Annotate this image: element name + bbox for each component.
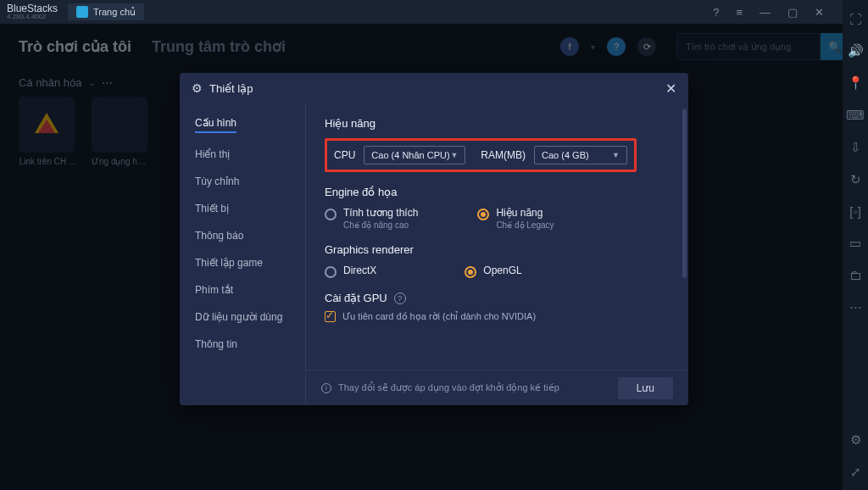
ram-dropdown[interactable]: Cao (4 GB) ▼ xyxy=(534,146,627,164)
sidebar-item-notify[interactable]: Thông báo xyxy=(195,230,305,242)
cpu-dropdown[interactable]: Cao (4 Nhân CPU) ▼ xyxy=(364,146,465,164)
engine-perf-sublabel: Chế độ Legacy xyxy=(496,220,554,230)
right-rail: ⛶ 🔊 📍 ⌨ ⇩ ↻ [◦] ▭ 🗀 ⋯ ⚙ ⤢ xyxy=(843,0,868,490)
sidebar-item-gamesettings[interactable]: Thiết lập game xyxy=(195,257,305,269)
radio-renderer-directx[interactable]: DirectX xyxy=(325,264,376,278)
gpu-checkbox-label: Ưu tiên card đồ họa rời (chỉ dành cho NV… xyxy=(342,311,536,322)
ram-value: Cao (4 GB) xyxy=(542,150,589,160)
sidebar-item-shortcuts[interactable]: Phím tắt xyxy=(195,284,305,296)
app-logo: BlueStacks 4.280.4.4002 xyxy=(7,3,58,20)
section-perf-title: Hiệu năng xyxy=(325,117,670,130)
home-icon xyxy=(76,6,88,18)
radio-checked-icon xyxy=(465,266,476,278)
gear-icon: ⚙ xyxy=(192,81,203,95)
caret-down-icon: ▼ xyxy=(612,151,620,159)
maximize-icon[interactable]: ▢ xyxy=(787,6,798,19)
app-version: 4.280.4.4002 xyxy=(7,14,58,20)
record-icon[interactable]: ▭ xyxy=(849,236,861,251)
section-renderer-title: Graphics renderer xyxy=(325,243,670,256)
engine-perf-label: Hiệu năng xyxy=(496,207,554,219)
close-window-icon[interactable]: ✕ xyxy=(815,6,824,19)
radio-unchecked-icon xyxy=(325,266,337,278)
sidebar-item-userdata[interactable]: Dữ liệu người dùng xyxy=(195,311,305,323)
opengl-label: OpenGL xyxy=(483,264,521,276)
screenshot-icon[interactable]: [◦] xyxy=(849,204,861,219)
cpu-value: Cao (4 Nhân CPU) xyxy=(371,150,449,160)
folder-icon[interactable]: 🗀 xyxy=(849,268,862,282)
performance-settings-row: CPU Cao (4 Nhân CPU) ▼ RAM(MB) Cao (4 GB… xyxy=(325,138,637,172)
install-icon[interactable]: ⇩ xyxy=(850,140,861,155)
engine-compat-sublabel: Chế độ nâng cao xyxy=(343,220,418,230)
expand-icon[interactable]: ⤢ xyxy=(850,465,861,480)
ram-label: RAM(MB) xyxy=(481,149,526,161)
radio-checked-icon xyxy=(477,209,489,220)
fullscreen-icon[interactable]: ⛶ xyxy=(849,12,862,26)
settings-icon[interactable]: ⚙ xyxy=(850,432,861,448)
caret-down-icon: ▼ xyxy=(450,151,458,159)
minimize-icon[interactable]: — xyxy=(760,6,771,19)
home-tab-label: Trang chủ xyxy=(93,7,136,18)
checkbox-checked-icon xyxy=(325,311,336,322)
menu-icon[interactable]: ≡ xyxy=(736,6,743,19)
engine-compat-label: Tính tương thích xyxy=(343,207,418,219)
location-icon[interactable]: 📍 xyxy=(848,75,864,91)
scrollbar[interactable] xyxy=(682,109,687,278)
directx-label: DirectX xyxy=(343,264,376,276)
volume-icon[interactable]: 🔊 xyxy=(848,43,864,58)
sidebar-item-config[interactable]: Cấu hình xyxy=(195,117,236,133)
help-icon[interactable]: ? xyxy=(394,292,406,304)
rotate-icon[interactable]: ↻ xyxy=(850,172,861,187)
info-icon: i xyxy=(321,383,331,393)
settings-sidebar: Cấu hình Hiển thị Tùy chỉnh Thiết bị Thô… xyxy=(180,103,305,405)
section-engine-title: Engine đồ họa xyxy=(325,186,670,198)
sidebar-item-custom[interactable]: Tùy chỉnh xyxy=(195,175,305,187)
footer-note: Thay đổi sẽ được áp dụng vào đợt khởi độ… xyxy=(338,382,559,393)
settings-modal: ⚙ Thiết lập ✕ Cấu hình Hiển thị Tùy chỉn… xyxy=(180,73,688,405)
keyboard-icon[interactable]: ⌨ xyxy=(846,108,865,123)
radio-engine-compat[interactable]: Tính tương thích Chế độ nâng cao xyxy=(325,207,418,230)
titlebar: BlueStacks 4.280.4.4002 Trang chủ ? ≡ — … xyxy=(0,0,868,24)
radio-renderer-opengl[interactable]: OpenGL xyxy=(465,264,521,278)
radio-engine-perf[interactable]: Hiệu năng Chế độ Legacy xyxy=(477,207,554,230)
modal-header: ⚙ Thiết lập ✕ xyxy=(180,73,688,103)
modal-title: Thiết lập xyxy=(209,82,253,95)
sidebar-item-display[interactable]: Hiển thị xyxy=(195,148,305,160)
close-icon[interactable]: ✕ xyxy=(665,81,676,97)
section-gpu-title: Cài đặt GPU xyxy=(325,292,387,304)
save-button[interactable]: Lưu xyxy=(618,377,673,399)
help-icon[interactable]: ? xyxy=(713,6,719,19)
settings-panel: Hiệu năng CPU Cao (4 Nhân CPU) ▼ RAM(MB)… xyxy=(305,103,688,405)
gpu-checkbox-row[interactable]: Ưu tiên card đồ họa rời (chỉ dành cho NV… xyxy=(325,311,670,322)
modal-footer: i Thay đổi sẽ được áp dụng vào đợt khởi … xyxy=(306,370,688,405)
home-tab[interactable]: Trang chủ xyxy=(68,3,144,20)
more-icon[interactable]: ⋯ xyxy=(849,299,862,315)
window-controls: ? ≡ — ▢ ✕ ≪ xyxy=(713,6,861,19)
sidebar-item-device[interactable]: Thiết bị xyxy=(195,203,305,214)
radio-unchecked-icon xyxy=(325,209,337,220)
sidebar-item-about[interactable]: Thông tin xyxy=(195,338,305,350)
cpu-label: CPU xyxy=(334,149,355,161)
